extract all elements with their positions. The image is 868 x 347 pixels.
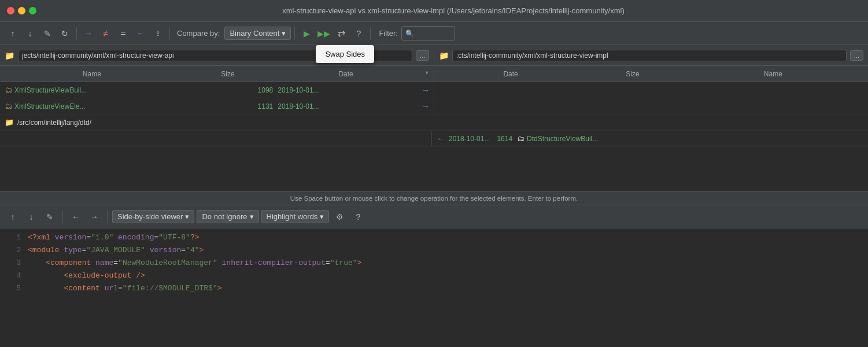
bottom-edit-button[interactable]: ✎ <box>42 209 58 225</box>
right-path-input[interactable] <box>452 50 847 61</box>
move-up-button[interactable]: ↑ <box>5 25 21 42</box>
edit-button[interactable]: ✎ <box>39 25 56 42</box>
file-arrow-1: → <box>418 86 434 95</box>
code-content-4: <exclude-output /> <box>28 271 145 280</box>
file-date-2: 2018-10-01... <box>278 102 418 110</box>
arrow-left-button[interactable]: ← <box>132 25 149 42</box>
ignore-dropdown[interactable]: Do not ignore ▾ <box>197 210 258 223</box>
minimize-button[interactable] <box>18 7 25 14</box>
highlight-chevron-icon: ▾ <box>320 212 324 221</box>
swap-sides-button[interactable]: ⇄ <box>333 25 349 42</box>
left-size-header[interactable]: Size <box>184 70 272 78</box>
dtd-file-row[interactable]: ← 2018-10-01... 1614 🗂 DtdStructureViewB… <box>0 131 868 147</box>
arrow-right-button[interactable]: → <box>80 25 97 42</box>
bottom-help-button[interactable]: ? <box>350 209 366 225</box>
code-line-2: 2 <module type="JAVA_MODULE" version="4"… <box>0 246 868 259</box>
bottom-up-button[interactable]: ↑ <box>5 209 21 225</box>
dtd-left <box>0 131 432 146</box>
file-size-2: 1131 <box>191 102 278 110</box>
right-date-header[interactable]: Date <box>434 70 587 78</box>
refresh-button[interactable]: ↻ <box>57 25 73 42</box>
toolbar-divider-4 <box>370 27 371 40</box>
traffic-lights <box>7 7 36 14</box>
top-toolbar: ↑ ↓ ✎ ↻ → ≠ = ← ⇪ Compare by: Binary Con… <box>0 22 868 45</box>
line-number-4: 4 <box>5 272 21 280</box>
equals-button[interactable]: = <box>115 25 131 42</box>
filter-label: Filter: <box>379 29 398 38</box>
right-browse-button[interactable]: ... <box>850 50 863 61</box>
bottom-divider-1 <box>62 211 63 223</box>
search-icon: 🔍 <box>405 29 414 38</box>
left-browse-button[interactable]: ... <box>416 50 429 61</box>
right-name-header[interactable]: Name <box>678 70 868 78</box>
file-icon-1: 🗂 <box>5 86 12 94</box>
ignore-chevron-icon: ▾ <box>250 212 254 221</box>
bottom-forward-button[interactable]: → <box>86 209 102 225</box>
not-equal-button[interactable]: ≠ <box>98 25 114 42</box>
dir-icon: 📁 <box>5 118 14 127</box>
close-button[interactable] <box>7 7 14 14</box>
code-content-3: <component name="NewModuleRootManager" i… <box>28 259 361 267</box>
status-bar: Use Space button or mouse click to chang… <box>0 191 868 205</box>
file-list: 🗂 XmlStructureViewBuil... 1098 2018-10-0… <box>0 82 868 191</box>
maximize-button[interactable] <box>29 7 36 14</box>
right-path-section: 📁 ... <box>434 50 868 61</box>
code-content-2: <module type="JAVA_MODULE" version="4"> <box>28 246 204 254</box>
status-text: Use Space button or mouse click to chang… <box>290 195 578 202</box>
dtd-file-icon: 🗂 <box>517 134 525 143</box>
left-col-headers: Name Size Date * <box>0 70 434 78</box>
dtd-right: ← 2018-10-01... 1614 🗂 DtdStructureViewB… <box>432 134 868 143</box>
file-name-1: XmlStructureViewBuil... <box>14 86 191 94</box>
bottom-toolbar: ↑ ↓ ✎ ← → Side-by-side viewer ▾ Do not i… <box>0 205 868 228</box>
left-folder-icon: 📁 <box>5 51 14 60</box>
table-row[interactable]: 🗂 XmlStructureViewBuil... 1098 2018-10-0… <box>0 82 868 98</box>
line-number-2: 2 <box>5 246 21 254</box>
file-icon-2: 🗂 <box>5 102 12 110</box>
right-size-header[interactable]: Size <box>587 70 678 78</box>
file-name-2: XmlStructureViewEle... <box>14 102 191 110</box>
file-right-2 <box>434 98 868 114</box>
bottom-divider-2 <box>107 211 108 223</box>
left-name-header[interactable]: Name <box>0 70 184 78</box>
fast-forward-button[interactable]: ▶▶ <box>316 25 332 42</box>
file-right-1 <box>434 82 868 98</box>
column-headers: Name Size Date * Date Size Name <box>0 66 868 82</box>
left-date-header[interactable]: Date <box>272 70 420 78</box>
bottom-back-button[interactable]: ← <box>68 209 84 225</box>
merge-button[interactable]: ⇪ <box>150 25 166 42</box>
dtd-name: DtdStructureViewBuil... <box>527 135 598 143</box>
bottom-down-button[interactable]: ↓ <box>23 209 39 225</box>
play-button[interactable]: ▶ <box>298 25 315 42</box>
settings-button[interactable]: ⚙ <box>331 209 348 225</box>
help-button[interactable]: ? <box>350 25 367 42</box>
path-bar: 📁 ... 📁 ... <box>0 45 868 66</box>
line-number-3: 3 <box>5 259 21 267</box>
filter-input[interactable] <box>416 28 451 39</box>
swap-sides-tooltip: Swap Sides <box>316 45 374 63</box>
code-line-1: 1 <?xml version="1.0" encoding="UTF-8"?> <box>0 233 868 246</box>
dtd-size: 1614 <box>497 135 512 143</box>
title-bar: xml-structure-view-api vs xml-structure-… <box>0 0 868 22</box>
code-content-1: <?xml version="1.0" encoding="UTF-8"?> <box>28 233 200 242</box>
swap-sides-container: ⇄ Swap Sides <box>333 25 349 42</box>
code-line-4: 4 <exclude-output /> <box>0 271 868 284</box>
compare-by-label: Compare by: <box>177 29 220 38</box>
toolbar-divider-1 <box>76 27 77 40</box>
viewer-dropdown[interactable]: Side-by-side viewer ▾ <box>112 210 194 223</box>
right-col-headers: Date Size Name <box>434 70 868 78</box>
move-down-button[interactable]: ↓ <box>22 25 38 42</box>
viewer-chevron-icon: ▾ <box>185 212 189 221</box>
file-left-1: 🗂 XmlStructureViewBuil... 1098 2018-10-0… <box>0 82 434 98</box>
code-content-5: <content url="file://$MODULE_DTR$"> <box>28 284 222 293</box>
file-size-1: 1098 <box>191 86 278 94</box>
code-area: 1 <?xml version="1.0" encoding="UTF-8"?>… <box>0 228 868 347</box>
file-date-1: 2018-10-01... <box>278 86 418 94</box>
table-row[interactable]: 🗂 XmlStructureViewEle... 1131 2018-10-01… <box>0 98 868 115</box>
ignore-value: Do not ignore <box>202 212 247 221</box>
line-number-5: 5 <box>5 285 21 293</box>
toolbar-divider-3 <box>294 27 295 40</box>
highlight-dropdown[interactable]: Highlight words ▾ <box>261 210 330 223</box>
directory-row[interactable]: 📁 /src/com/intellij/lang/dtd/ <box>0 115 868 131</box>
compare-by-dropdown[interactable]: Binary Content ▾ <box>224 27 291 40</box>
code-line-5: 5 <content url="file://$MODULE_DTR$"> <box>0 284 868 297</box>
